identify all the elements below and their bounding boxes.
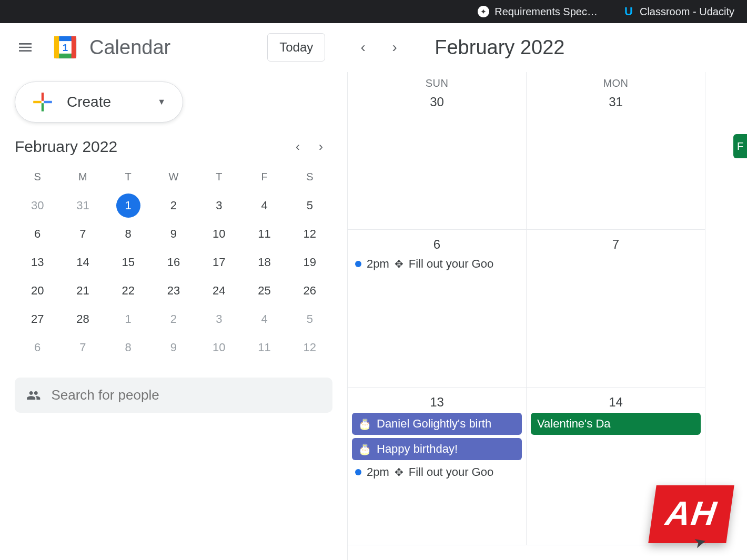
mini-cal-day[interactable]: 12 xyxy=(298,222,322,246)
svg-rect-8 xyxy=(42,103,44,111)
mini-cal-day[interactable]: 31 xyxy=(70,194,95,218)
mini-cal-day[interactable]: 3 xyxy=(207,194,231,218)
mini-cal-day[interactable]: 10 xyxy=(207,222,231,246)
browser-tab-strip: ✦ Requirements Spec… U Classroom - Udaci… xyxy=(0,0,747,23)
app-logo[interactable]: 1 Calendar xyxy=(51,33,170,62)
mini-cal-day[interactable]: 20 xyxy=(25,279,49,303)
mini-cal-day[interactable]: 18 xyxy=(253,250,277,274)
event-allday[interactable]: 🎂Happy birthday! xyxy=(352,438,522,460)
watermark-badge: AH xyxy=(648,485,734,543)
mini-cal-day[interactable]: 11 xyxy=(253,222,277,246)
event-title: Daniel Golightly's birth xyxy=(377,417,491,431)
tab-favicon-icon: ✦ xyxy=(478,6,489,17)
mini-cal-day[interactable]: 9 xyxy=(161,335,186,360)
mini-cal-day[interactable]: 25 xyxy=(253,279,277,303)
event-timed[interactable]: 2pm✥Fill out your Goo xyxy=(352,255,522,273)
mini-cal-day[interactable]: 2 xyxy=(161,194,186,218)
event-dot-icon xyxy=(355,469,361,475)
event-chip-partial[interactable]: F xyxy=(733,134,747,158)
mini-cal-day[interactable]: 11 xyxy=(253,335,277,360)
app-title: Calendar xyxy=(89,36,170,59)
calendar-cell[interactable]: MON31 xyxy=(527,72,705,230)
mini-cal-day[interactable]: 9 xyxy=(161,222,186,246)
mini-cal-dow: S xyxy=(15,168,60,189)
mini-cal-day[interactable]: 2 xyxy=(161,307,186,331)
mini-cal-day[interactable]: 5 xyxy=(298,307,322,331)
chevron-right-icon: › xyxy=(319,139,323,154)
mini-cal-day[interactable]: 7 xyxy=(70,335,95,360)
mini-cal-day[interactable]: 13 xyxy=(25,250,49,274)
next-period-button[interactable]: › xyxy=(382,35,407,60)
mini-cal-prev-button[interactable]: ‹ xyxy=(286,135,309,158)
svg-rect-4 xyxy=(72,36,76,58)
event-timed[interactable]: 2pm✥Fill out your Goo xyxy=(352,463,522,481)
mini-cal-day[interactable]: 14 xyxy=(70,250,95,274)
mini-cal-day[interactable]: 5 xyxy=(298,194,322,218)
pointer-icon: ✥ xyxy=(395,466,403,478)
mini-cal-day[interactable]: 22 xyxy=(116,279,140,303)
chevron-left-icon: ‹ xyxy=(361,39,366,56)
event-allday[interactable]: Valentine's Da xyxy=(531,413,701,435)
event-time: 2pm xyxy=(367,257,389,271)
mini-cal-dow: T xyxy=(106,168,151,189)
browser-tab-label: Classroom - Udacity xyxy=(640,6,734,18)
grid-day-number: 30 xyxy=(352,95,522,109)
mini-cal-day[interactable]: 4 xyxy=(253,194,277,218)
cake-icon: 🎂 xyxy=(358,418,371,430)
grid-day-number: 13 xyxy=(352,395,522,410)
today-button[interactable]: Today xyxy=(267,33,325,62)
caret-down-icon: ▼ xyxy=(157,97,166,107)
event-title: Fill out your Goo xyxy=(409,257,493,271)
plus-icon xyxy=(32,91,53,113)
mini-cal-day[interactable]: 27 xyxy=(25,307,49,331)
mini-cal-day[interactable]: 4 xyxy=(253,307,277,331)
prev-period-button[interactable]: ‹ xyxy=(350,35,376,60)
mini-cal-day[interactable]: 8 xyxy=(116,222,140,246)
mini-calendar: February 2022 ‹ › SMTWTFS303112345678910… xyxy=(15,135,332,360)
event-title: Happy birthday! xyxy=(377,442,458,456)
mini-cal-day[interactable]: 12 xyxy=(298,335,322,360)
mini-cal-day[interactable]: 23 xyxy=(161,279,186,303)
mini-cal-day[interactable]: 1 xyxy=(116,194,140,218)
calendar-cell[interactable]: 62pm✥Fill out your Goo xyxy=(348,230,527,388)
mini-cal-day[interactable]: 17 xyxy=(207,250,231,274)
create-button-label: Create xyxy=(67,94,144,110)
browser-tab[interactable]: ✦ Requirements Spec… xyxy=(478,6,598,18)
mini-cal-day[interactable]: 28 xyxy=(70,307,95,331)
mini-cal-day[interactable]: 10 xyxy=(207,335,231,360)
search-people[interactable] xyxy=(15,378,332,413)
mini-cal-dow: F xyxy=(241,168,287,189)
calendar-cell[interactable]: SUN30 xyxy=(348,72,527,230)
browser-tab[interactable]: U Classroom - Udacity xyxy=(623,6,734,18)
mini-cal-day[interactable]: 24 xyxy=(207,279,231,303)
create-button[interactable]: Create ▼ xyxy=(15,82,183,123)
mini-cal-day[interactable]: 1 xyxy=(116,307,140,331)
main-menu-button[interactable] xyxy=(13,35,38,60)
search-people-input[interactable] xyxy=(51,387,321,403)
mini-cal-day[interactable]: 7 xyxy=(70,222,95,246)
mini-cal-day[interactable]: 15 xyxy=(116,250,140,274)
grid-day-number: 31 xyxy=(531,95,701,109)
svg-rect-10 xyxy=(44,101,52,103)
svg-rect-7 xyxy=(42,93,44,101)
mini-cal-day[interactable]: 16 xyxy=(161,250,186,274)
mini-cal-day[interactable]: 30 xyxy=(25,194,49,218)
mini-cal-day[interactable]: 6 xyxy=(25,335,49,360)
mini-cal-next-button[interactable]: › xyxy=(309,135,332,158)
mini-cal-day[interactable]: 8 xyxy=(116,335,140,360)
mini-cal-dow: W xyxy=(151,168,196,189)
mini-cal-day[interactable]: 19 xyxy=(298,250,322,274)
mini-cal-dow: M xyxy=(60,168,105,189)
mini-cal-day[interactable]: 26 xyxy=(298,279,322,303)
calendar-cell[interactable]: 7 xyxy=(527,230,705,388)
event-title: Valentine's Da xyxy=(537,417,611,431)
mini-cal-dow: S xyxy=(287,168,332,189)
mini-cal-day[interactable]: 21 xyxy=(70,279,95,303)
mini-cal-day[interactable]: 6 xyxy=(25,222,49,246)
event-allday[interactable]: 🎂Daniel Golightly's birth xyxy=(352,413,522,435)
mini-cal-day[interactable]: 3 xyxy=(207,307,231,331)
calendar-cell[interactable]: 13🎂Daniel Golightly's birth🎂Happy birthd… xyxy=(348,388,527,545)
sidebar: Create ▼ February 2022 ‹ › SMTWTFS303112… xyxy=(0,72,347,560)
grid-day-number: 6 xyxy=(352,237,522,252)
google-calendar-icon: 1 xyxy=(51,33,80,62)
